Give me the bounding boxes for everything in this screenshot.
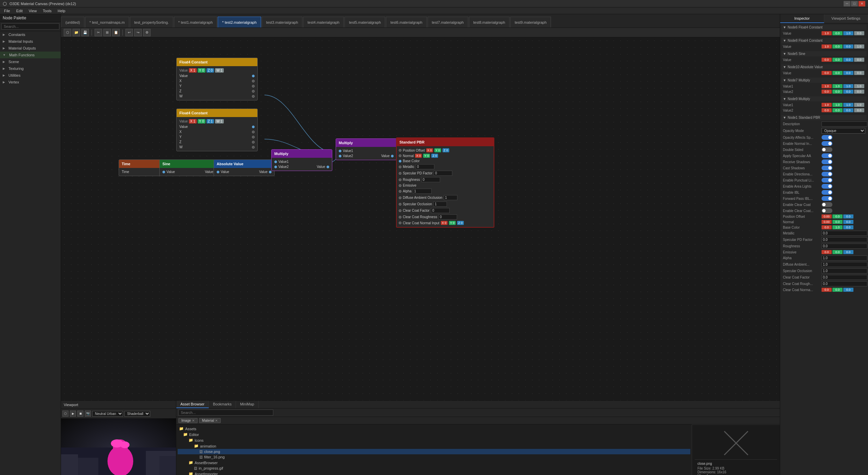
section-collapse-arrow[interactable]: ▼	[783, 78, 786, 82]
input-inspector-metallic[interactable]	[822, 231, 867, 236]
tree-inprogress-gif[interactable]: 🖼in_progress.gif	[178, 466, 690, 471]
val-x-node6[interactable]: 1.0	[822, 31, 832, 35]
val-w-node10[interactable]: 0.0	[854, 71, 864, 75]
node-palette-search[interactable]	[0, 22, 61, 31]
viewport-btn-3[interactable]: ⏹	[77, 411, 83, 417]
val-w2[interactable]: W 1	[215, 119, 224, 124]
toggle-enable-clear-coat[interactable]	[822, 202, 832, 207]
asset-tab-browser[interactable]: Asset Browser	[176, 401, 209, 408]
tree-animation[interactable]: 📁animation	[178, 443, 690, 449]
input-inspector-alpha[interactable]	[822, 255, 867, 261]
port-alpha[interactable]	[399, 190, 401, 193]
asset-tab-bookmarks[interactable]: Bookmarks	[209, 401, 236, 408]
tab-untitled[interactable]: (untitled)	[61, 17, 84, 27]
close-button[interactable]: ✕	[859, 1, 865, 6]
input-inspector-specular-pd[interactable]	[822, 237, 867, 242]
tree-filter-png[interactable]: 🖼filter_16.png	[178, 454, 690, 460]
menu-view[interactable]: View	[26, 7, 40, 14]
toggle-double-sided[interactable]	[822, 147, 832, 152]
tab-test4[interactable]: test4.materialgraph	[303, 17, 344, 27]
toggle-enable-ibl[interactable]	[822, 190, 832, 195]
port-m2-out[interactable]	[391, 155, 394, 157]
canvas-area[interactable]: Float4 Constant Value X 1 Y 0 Z 0 W 1 Va…	[61, 37, 780, 400]
palette-item-vertex[interactable]: ▶ Vertex	[0, 79, 61, 86]
toolbar-btn-open[interactable]: 📁	[73, 29, 80, 36]
tree-assetbrowser[interactable]: 📁AssetBrowser	[178, 460, 690, 466]
port-normal[interactable]	[399, 154, 401, 157]
port-base-color[interactable]	[399, 160, 401, 163]
menu-tools[interactable]: Tools	[40, 7, 54, 14]
menu-edit[interactable]: Edit	[14, 7, 25, 14]
input-alpha[interactable]	[413, 189, 432, 194]
tab-normalmaps[interactable]: * test_normalmaps.m	[85, 17, 129, 27]
section-collapse-arrow[interactable]: ▼	[783, 97, 786, 101]
port-metallic[interactable]	[399, 166, 401, 168]
asset-search-input[interactable]	[178, 410, 273, 416]
input-specular-occ[interactable]	[433, 202, 447, 207]
toolbar-btn-copy[interactable]: ⊞	[103, 29, 111, 36]
port-sine-in[interactable]	[162, 171, 165, 173]
val-y-node10[interactable]: 0.0	[832, 71, 843, 75]
port-m2-v1-in[interactable]	[339, 150, 341, 152]
tree-close-png[interactable]: 🖼close.png	[178, 449, 690, 454]
tab-propertysorting[interactable]: test_propertySorting.	[130, 17, 173, 27]
port-out-value-2[interactable]	[252, 126, 255, 128]
palette-item-texturing[interactable]: ▶ Texturing	[0, 65, 61, 72]
toggle-enable-normal[interactable]	[822, 141, 832, 146]
tree-assets[interactable]: 📁Assets	[178, 426, 690, 432]
input-specular[interactable]	[434, 171, 452, 176]
port-m1-out[interactable]	[327, 166, 329, 168]
minimize-button[interactable]: ─	[844, 1, 850, 6]
val-z-node6[interactable]: 1.0	[843, 31, 853, 35]
val-x-node8[interactable]: 1.0	[822, 44, 832, 49]
shading-select[interactable]: Shaderball	[124, 411, 150, 417]
val-x1[interactable]: X 1	[189, 68, 197, 73]
toolbar-btn-settings[interactable]: ⚙	[143, 29, 151, 36]
node-absolute[interactable]: Absolute Value Value Value	[214, 159, 275, 176]
toggle-enable-area[interactable]	[822, 184, 832, 189]
viewport-btn-2[interactable]: ▶	[70, 411, 76, 417]
tab-test5[interactable]: test5.materialgraph	[344, 17, 385, 27]
tab-test8[interactable]: test8.materialgraph	[469, 17, 510, 27]
palette-search-input[interactable]	[1, 23, 59, 30]
val-y1[interactable]: Y 0	[198, 68, 205, 73]
tab-test3[interactable]: test3.materialgraph	[262, 17, 302, 27]
section-collapse-arrow[interactable]: ▼	[783, 116, 786, 119]
port-clearcoat-factor[interactable]	[399, 209, 401, 212]
palette-item-material-outputs[interactable]: ▶ Material Outputs	[0, 45, 61, 52]
node-float4-2[interactable]: Float4 Constant Value X 1 Y 0 Z 1 W 1 Va…	[176, 109, 258, 151]
palette-item-scene[interactable]: ▶ Scene	[0, 58, 61, 65]
tree-icons[interactable]: 📁Icons	[178, 437, 690, 443]
port-pos-offset[interactable]	[399, 149, 401, 152]
val-w1[interactable]: W 1	[215, 68, 224, 73]
select-opacity-mode[interactable]: Opaque	[822, 128, 865, 134]
viewport-btn-1[interactable]: ⬡	[62, 411, 68, 417]
port-out-w[interactable]	[252, 95, 255, 98]
input-inspector-specular-occ[interactable]	[822, 268, 867, 273]
val-w-node8[interactable]: 1.0	[854, 44, 864, 49]
port-clearcoat-rough[interactable]	[399, 216, 401, 218]
palette-item-math-functions[interactable]: ▼ Math Functions	[0, 52, 61, 58]
input-inspector-roughness[interactable]	[822, 244, 867, 249]
val-x2[interactable]: X 1	[189, 119, 197, 124]
val-z-node8[interactable]: 0.0	[843, 44, 853, 49]
port-out-y-2[interactable]	[252, 136, 255, 138]
port-specular[interactable]	[399, 172, 401, 175]
input-inspector-clearcoat-factor[interactable]	[822, 275, 867, 280]
node-float4-1[interactable]: Float4 Constant Value X 1 Y 0 Z 0 W 1 Va…	[176, 58, 258, 100]
toggle-apply-specular-aa[interactable]	[822, 153, 832, 158]
input-inspector-diffuse-ambient[interactable]	[822, 262, 867, 267]
input-inspector-clearcoat-rough[interactable]	[822, 281, 867, 286]
val-z2[interactable]: Z 1	[206, 119, 214, 124]
input-diffuse-ao[interactable]	[444, 195, 457, 200]
val-y-node5[interactable]: 0.0	[832, 58, 843, 62]
toolbar-btn-save[interactable]: 💾	[81, 29, 89, 36]
node-multiply2[interactable]: Multiply Value1 Value2 Value	[336, 138, 397, 160]
input-description[interactable]	[822, 121, 867, 127]
port-abs-in[interactable]	[217, 171, 219, 173]
palette-item-utilities[interactable]: ▶ Utilities	[0, 72, 61, 79]
palette-item-material-inputs[interactable]: ▶ Material Inputs	[0, 38, 61, 45]
port-out-z[interactable]	[252, 90, 255, 93]
toggle-forward-pass-ibl[interactable]	[822, 196, 832, 201]
port-out-value[interactable]	[252, 75, 255, 77]
